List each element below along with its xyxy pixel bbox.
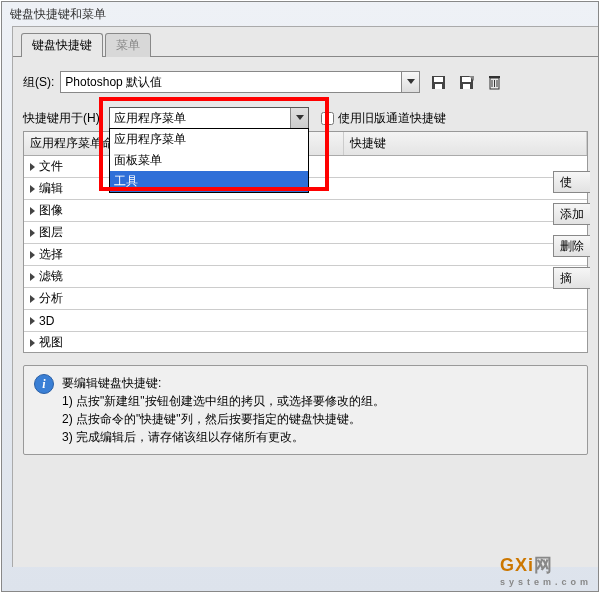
info-line: 2) 点按命令的"快捷键"列，然后按要指定的键盘快捷键。	[62, 410, 385, 428]
svg-rect-5	[462, 77, 471, 82]
legacy-checkbox-label: 使用旧版通道快捷键	[338, 110, 446, 127]
expand-icon	[30, 229, 35, 237]
dropdown-option[interactable]: 面板菜单	[110, 150, 308, 171]
table-row[interactable]: 分析	[24, 288, 587, 310]
svg-marker-0	[407, 79, 415, 84]
shortcuts-for-label: 快捷键用于(H):	[23, 110, 103, 127]
set-label: 组(S):	[23, 74, 54, 91]
save-icon[interactable]	[428, 72, 448, 92]
expand-icon	[30, 273, 35, 281]
expand-icon	[30, 339, 35, 347]
side-buttons: 使 添加 删除 摘	[553, 171, 590, 289]
tab-panel: 组(S): Photoshop 默认值 快捷键用于(H	[13, 56, 598, 465]
shortcuts-for-combo[interactable]: 应用程序菜单	[109, 107, 309, 129]
use-button[interactable]: 使	[553, 171, 590, 193]
svg-rect-6	[463, 84, 470, 89]
dropdown-option-selected[interactable]: 工具	[110, 171, 308, 192]
dialog-window: 键盘快捷键和菜单 键盘快捷键 菜单 组(S): Photoshop 默认值	[1, 1, 599, 592]
svg-rect-3	[435, 84, 442, 89]
expand-icon	[30, 251, 35, 259]
shortcuts-for-row: 快捷键用于(H): 应用程序菜单 应用程序菜单 面板菜单 工具	[23, 107, 588, 129]
set-row: 组(S): Photoshop 默认值	[23, 71, 588, 93]
chevron-down-icon	[401, 72, 419, 92]
set-combo[interactable]: Photoshop 默认值	[60, 71, 420, 93]
info-title: 要编辑键盘快捷键:	[62, 374, 385, 392]
svg-rect-12	[489, 76, 500, 78]
info-text: 要编辑键盘快捷键: 1) 点按"新建组"按钮创建选中组的拷贝，或选择要修改的组。…	[62, 374, 385, 446]
expand-icon	[30, 207, 35, 215]
save-as-icon[interactable]	[456, 72, 476, 92]
table-row[interactable]: 3D	[24, 310, 587, 332]
info-line: 1) 点按"新建组"按钮创建选中组的拷贝，或选择要修改的组。	[62, 392, 385, 410]
set-combo-value: Photoshop 默认值	[65, 74, 162, 91]
table-row[interactable]: 图层	[24, 222, 587, 244]
table-row[interactable]: 图像	[24, 200, 587, 222]
info-icon: i	[34, 374, 54, 394]
dialog-body: 键盘快捷键 菜单 组(S): Photoshop 默认值	[12, 26, 598, 567]
trash-icon[interactable]	[484, 72, 504, 92]
expand-icon	[30, 163, 35, 171]
table-row[interactable]: 视图	[24, 332, 587, 352]
info-box: i 要编辑键盘快捷键: 1) 点按"新建组"按钮创建选中组的拷贝，或选择要修改的…	[23, 365, 588, 455]
info-line: 3) 完成编辑后，请存储该组以存储所有更改。	[62, 428, 385, 446]
tab-keyboard-shortcuts[interactable]: 键盘快捷键	[21, 33, 103, 57]
table-row[interactable]: 滤镜	[24, 266, 587, 288]
svg-rect-2	[434, 77, 443, 82]
watermark: GXi网 system.com	[500, 553, 592, 587]
expand-icon	[30, 317, 35, 325]
tab-bar: 键盘快捷键 菜单	[21, 33, 598, 57]
legacy-checkbox-input[interactable]	[321, 112, 334, 125]
shortcuts-for-value: 应用程序菜单	[114, 110, 186, 127]
svg-marker-13	[296, 115, 304, 120]
shortcuts-for-dropdown[interactable]: 应用程序菜单 面板菜单 工具	[109, 128, 309, 193]
tab-menus[interactable]: 菜单	[105, 33, 151, 57]
col-shortcut[interactable]: 快捷键	[344, 132, 587, 155]
shortcuts-for-combo-wrap: 应用程序菜单 应用程序菜单 面板菜单 工具	[109, 107, 309, 129]
expand-icon	[30, 185, 35, 193]
delete-button[interactable]: 删除	[553, 235, 590, 257]
dropdown-option[interactable]: 应用程序菜单	[110, 129, 308, 150]
table-row[interactable]: 选择	[24, 244, 587, 266]
expand-icon	[30, 295, 35, 303]
add-button[interactable]: 添加	[553, 203, 590, 225]
window-title: 键盘快捷键和菜单	[2, 2, 598, 26]
chevron-down-icon	[290, 108, 308, 128]
legacy-checkbox[interactable]: 使用旧版通道快捷键	[321, 110, 446, 127]
summary-button[interactable]: 摘	[553, 267, 590, 289]
